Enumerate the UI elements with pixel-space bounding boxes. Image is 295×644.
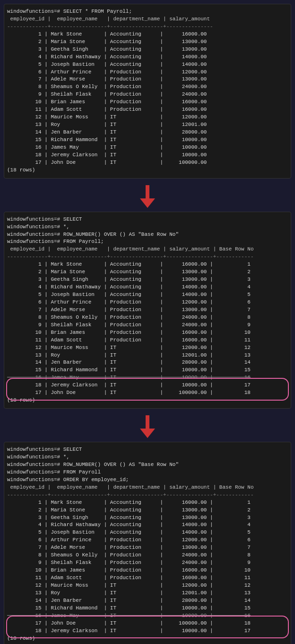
table-row: 2 | Maria Stone | Accounting | 13000.00 (7, 39, 207, 45)
table-row: 10 | Brian James | Production | 16000.00 (7, 99, 207, 105)
table-row: 15 | Richard Hammond | IT | 10000.00 | 1… (7, 605, 251, 611)
column-headers: employee_id | employee_name | department… (7, 246, 254, 252)
table-row: 7 | Adele Morse | Production | 13000.00 … (7, 307, 251, 313)
prompt-line: windowfunctions=# FROM Payroll (7, 469, 101, 475)
table-row: 3 | Geetha Singh | Accounting | 13000.00 (7, 46, 207, 52)
table-row: 17 | John Doe | IT | 100000.00 | 18 (7, 620, 251, 626)
table-row: 9 | Sheilah Flask | Production | 24000.0… (7, 91, 207, 97)
table-row: 15 | Richard Hammond | IT | 10000.00 | 1… (7, 367, 251, 373)
prompt-line: windowfunctions=# ORDER BY employee_id; (7, 477, 129, 483)
table-row: 8 | Sheamus O Kelly | Production | 24000… (7, 84, 207, 89)
svg-rect-2 (146, 415, 149, 429)
prompt-line: windowfunctions=# SELECT (7, 216, 82, 222)
table-row: 13 | Roy | IT | 12001.00 (7, 122, 207, 127)
table-row: 10 | Brian James | Production | 16000.00… (7, 567, 251, 573)
prompt-line: windowfunctions=# FROM Payroll; (7, 239, 104, 244)
table-row: 17 | John Doe | IT | 100000.00 | 18 (7, 390, 251, 395)
separator: -------------+------------------+-------… (7, 254, 254, 259)
rows-count: (18 rows) (7, 397, 35, 403)
prompt-line: windowfunctions=# *, (7, 224, 69, 230)
table-row: 12 | Maurice Moss | IT | 12000.00 | 12 (7, 582, 251, 588)
arrow-down-indicator (4, 411, 291, 442)
table-row: 14 | Jen Barber | IT | 28000.00 | 14 (7, 359, 251, 365)
separator: -------------+------------------+-------… (7, 492, 254, 498)
svg-rect-0 (146, 185, 149, 199)
prompt-line: windowfunctions=# SELECT * FROM Payroll; (7, 9, 132, 14)
rows-count: (18 rows) (7, 167, 35, 173)
table-row: 5 | Joseph Bastion | Accounting | 14000.… (7, 62, 207, 67)
table-row: 13 | Roy | IT | 12001.00 | 13 (7, 590, 251, 596)
arrow-down-indicator (4, 181, 291, 212)
table-row: 9 | Sheilah Flask | Production | 24000.0… (7, 322, 251, 328)
table-row: 2 | Maria Stone | Accounting | 13000.00 … (7, 269, 251, 275)
arrow-svg (140, 185, 155, 208)
table-row: 7 | Adele Morse | Production | 13000.00 (7, 76, 207, 82)
table-row: 11 | Adam Scott | Production | 16000.00 … (7, 575, 251, 581)
table-row: 8 | Sheamus O Kelly | Production | 24000… (7, 314, 251, 320)
prompt-line: windowfunctions=# *, (7, 454, 69, 460)
svg-marker-1 (140, 198, 155, 208)
svg-marker-3 (140, 429, 155, 438)
rows-count: (18 rows) (7, 635, 35, 641)
table-row: 5 | Joseph Bastion | Accounting | 14000.… (7, 292, 251, 297)
prompt-line: windowfunctions=# ROW_NUMBER() OVER () A… (7, 232, 179, 237)
table-row: 3 | Geetha Singh | Accounting | 13000.00… (7, 277, 251, 282)
table-row: 4 | Richard Hathaway | Accounting | 1400… (7, 522, 251, 528)
table-row: 14 | Jen Barber | IT | 28000.00 (7, 129, 207, 135)
terminal-block-1: windowfunctions=# SELECT * FROM Payroll;… (4, 4, 291, 179)
table-row: 1 | Mark Stone | Accounting | 16000.00 |… (7, 261, 251, 267)
separator: -------------+------------------+-------… (7, 24, 213, 29)
prompt-line: windowfunctions=# ROW_NUMBER() OVER () A… (7, 462, 179, 467)
table-row: 2 | Maria Stone | Accounting | 13000.00 … (7, 507, 251, 513)
table-row: 14 | Jen Barber | IT | 28000.00 | 14 (7, 598, 251, 603)
table-row: 12 | Maurice Moss | IT | 12000.00 | 12 (7, 345, 251, 350)
table-row-strikethrough: 16 | James May | IT | 10000.00 | 16 (7, 375, 251, 380)
table-row: 10 | Brian James | Production | 16000.00… (7, 330, 251, 335)
table-row: 13 | Roy | IT | 12001.00 | 13 (7, 352, 251, 358)
table-row: 5 | Joseph Bastion | Accounting | 14000.… (7, 529, 251, 535)
table-row: 1 | Mark Stone | Accounting | 16000.00 |… (7, 500, 251, 505)
table-row: 4 | Richard Hathaway | Accounting | 1400… (7, 284, 251, 290)
table-row: 18 | Jeremy Clarkson | IT | 10000.00 | 1… (7, 382, 251, 388)
column-headers: employee_id | employee_name | department… (7, 484, 254, 490)
table-row: 18 | Jeremy Clarkson | IT | 10000.00 (7, 152, 207, 158)
table-row: 15 | Richard Hammond | IT | 10000.00 (7, 137, 207, 143)
terminal-block-2: windowfunctions=# SELECT windowfunctions… (4, 212, 291, 409)
table-row: 6 | Arthur Prince | Production | 12000.0… (7, 299, 251, 305)
table-row: 8 | Sheamus O Kelly | Production | 24000… (7, 552, 251, 558)
table-row: 4 | Richard Hathaway | Accounting | 1400… (7, 54, 207, 60)
terminal-block-3: windowfunctions=# SELECT windowfunctions… (4, 442, 291, 644)
table-row: 1 | Mark Stone | Accounting | 16000.00 (7, 31, 207, 37)
table-row: 6 | Arthur Prince | Production | 12000.0… (7, 537, 251, 543)
table-row: 11 | Adam Scott | Production | 16000.00 (7, 107, 207, 112)
app-container: windowfunctions=# SELECT * FROM Payroll;… (4, 4, 291, 644)
prompt-line: windowfunctions=# SELECT (7, 447, 82, 452)
table-row-strikethrough: 16 | James May | IT | 10000.00 | 16 (7, 613, 251, 618)
table-row: 12 | Maurice Moss | IT | 12000.00 (7, 114, 207, 120)
table-row: 3 | Geetha Singh | Accounting | 13000.00… (7, 515, 251, 520)
table-row: 7 | Adele Morse | Production | 13000.00 … (7, 545, 251, 550)
table-row: 16 | James May | IT | 10000.00 (7, 144, 207, 150)
arrow-svg (140, 415, 155, 438)
table-row: 11 | Adam Scott | Production | 16000.00 … (7, 337, 251, 343)
table-row: 9 | Sheilah Flask | Production | 24000.0… (7, 560, 251, 565)
column-headers: employee_id | employee_name | department… (7, 16, 210, 22)
table-row: 6 | Arthur Prince | Production | 12000.0… (7, 69, 207, 75)
table-row: 18 | Jeremy Clarkson | IT | 10000.00 | 1… (7, 628, 251, 634)
table-row: 17 | John Doe | IT | 100000.00 (7, 160, 207, 165)
